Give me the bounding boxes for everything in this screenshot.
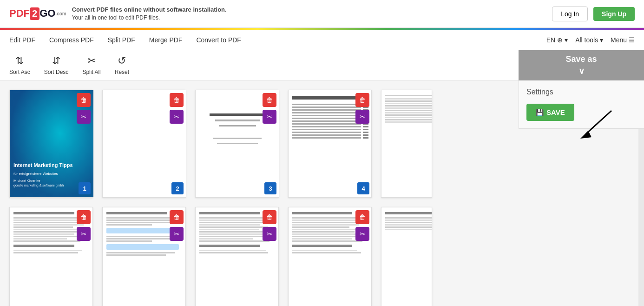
trash-icon-2: 🗑 [173,96,180,104]
scissors-icon-2: ✂ [174,113,179,120]
page-card-6: 🗑 ✂ [9,207,93,306]
dense-page-5 [381,90,432,127]
page-7-delete-button[interactable]: 🗑 [170,210,184,224]
logo-area: PDF 2 GO .com Convert PDF files online w… [9,6,227,22]
globe-icon: ⊕ [557,36,563,44]
save-label: SAVE [546,108,565,116]
reset-button[interactable]: ↺ Reset [115,55,129,75]
page-thumb-2: 🗑 ✂ 2 [103,90,186,197]
page-4-delete-button[interactable]: 🗑 [355,93,369,107]
trash-icon-6: 🗑 [80,213,87,221]
reset-icon: ↺ [118,55,126,67]
logo-com: .com [55,11,66,16]
logo-2: 2 [30,7,39,20]
arrow-annotation [572,108,614,147]
page-thumb-10: 🗑 ✂ [381,207,432,306]
page-3-number: 3 [264,182,276,194]
save-as-chevron-icon: ∨ [578,66,585,76]
toolbar: ⇅ Sort Asc ⇵ Sort Desc ✂ Split All ↺ Res… [0,50,644,80]
page-9-cut-button[interactable]: ✂ [355,227,369,241]
scissors-icon-4: ✂ [360,113,365,120]
page-card-10: 🗑 ✂ [381,207,432,306]
page-7-cut-button[interactable]: ✂ [170,227,184,241]
save-button[interactable]: 💾 SAVE [526,104,574,121]
page-4-number: 4 [357,182,369,194]
page-card-5: 🗑 ✂ [381,90,432,198]
signup-button[interactable]: Sign Up [593,7,635,21]
page-card-4: 🗑 ✂ 4 [288,90,372,198]
all-tools-link[interactable]: All tools ▾ [575,36,603,44]
header: PDF 2 GO .com Convert PDF files online w… [0,0,644,28]
sort-asc-button[interactable]: ⇅ Sort Asc [9,55,30,75]
page-8-delete-button[interactable]: 🗑 [263,210,276,224]
tagline-line2: Your all in one tool to edit PDF files. [72,14,227,22]
svg-marker-1 [580,131,591,139]
page-4-cut-button[interactable]: ✂ [355,110,369,124]
pages-row-2: 🗑 ✂ [9,207,629,306]
page-2-cut-button[interactable]: ✂ [170,110,184,124]
page-thumb-6: 🗑 ✂ [10,207,93,306]
tagline: Convert PDF files online without softwar… [72,6,227,22]
all-tools-label: All tools [575,36,598,44]
page-2-delete-button[interactable]: 🗑 [170,93,184,107]
lang-label: EN [546,36,555,44]
page-1-number: 1 [79,182,91,194]
page-card-9: 🗑 ✂ [288,207,372,306]
page-card-2: 🗑 ✂ 2 [102,90,186,198]
sort-desc-label: Sort Desc [44,69,69,75]
split-all-label: Split All [82,69,100,75]
page-9-delete-button[interactable]: 🗑 [355,210,369,224]
logo: PDF 2 GO .com [9,7,66,20]
save-as-content: Save as ∨ [565,54,597,76]
page-1-delete-button[interactable]: 🗑 [77,93,91,107]
sort-desc-icon: ⇵ [52,55,60,67]
cover-author: Michael Goerike [13,178,90,183]
page-6-delete-button[interactable]: 🗑 [77,210,91,224]
settings-panel: Settings 💾 SAVE [519,80,644,129]
tagline-line1: Convert PDF files online without softwar… [72,6,227,14]
trash-icon-9: 🗑 [359,213,366,221]
nav: Edit PDF Compress PDF Split PDF Merge PD… [0,30,644,50]
nav-split-pdf[interactable]: Split PDF [108,31,135,49]
page-6-cut-button[interactable]: ✂ [77,227,91,241]
page-3-delete-button[interactable]: 🗑 [263,93,276,107]
trash-icon: 🗑 [80,96,87,104]
page-card-1: Internet Marketing Tipps für erfolgreich… [9,90,93,198]
split-all-button[interactable]: ✂ Split All [82,55,100,75]
toc-item [292,134,368,136]
toolbar-items: ⇅ Sort Asc ⇵ Sort Desc ✂ Split All ↺ Res… [9,55,129,75]
nav-convert-to-pdf[interactable]: Convert to PDF [196,31,241,49]
svg-line-0 [586,111,611,134]
save-as-button[interactable]: Save as ∨ [519,50,644,80]
nav-edit-pdf[interactable]: Edit PDF [9,31,35,49]
scissors-icon-3: ✂ [267,113,272,120]
nav-compress-pdf[interactable]: Compress PDF [49,31,94,49]
page-thumb-9: 🗑 ✂ [289,207,372,306]
scissors-icon-8: ✂ [267,230,272,238]
scissors-icon: ✂ [81,113,86,120]
page-8-cut-button[interactable]: ✂ [263,227,276,241]
page-thumb-8: 🗑 ✂ [196,207,279,306]
cover-title: Internet Marketing Tipps [13,162,90,169]
toc-item [292,126,368,127]
hamburger-icon: ☰ [629,36,635,44]
toc-item [292,129,368,130]
toc-item [292,132,368,133]
sort-asc-label: Sort Asc [9,69,30,75]
menu-button[interactable]: Menu ☰ [611,36,635,44]
nav-right: EN ⊕ ▾ All tools ▾ Menu ☰ [546,36,635,44]
settings-title: Settings [526,88,637,96]
dense-page-10 [381,207,432,235]
page-3-cut-button[interactable]: ✂ [263,110,276,124]
scissors-icon-9: ✂ [360,230,365,238]
nav-merge-pdf[interactable]: Merge PDF [149,31,183,49]
scissors-icon-6: ✂ [81,230,86,238]
page-thumb-7: 🗑 ✂ [103,207,186,306]
login-button[interactable]: Log In [552,7,588,21]
cover-subtitle: für erfolgreichere Websites [13,171,90,176]
language-selector[interactable]: EN ⊕ ▾ [546,36,568,44]
trash-icon-3: 🗑 [266,96,273,104]
page-1-cut-button[interactable]: ✂ [77,110,91,124]
sort-desc-button[interactable]: ⇵ Sort Desc [44,55,69,75]
split-icon: ✂ [87,55,96,67]
